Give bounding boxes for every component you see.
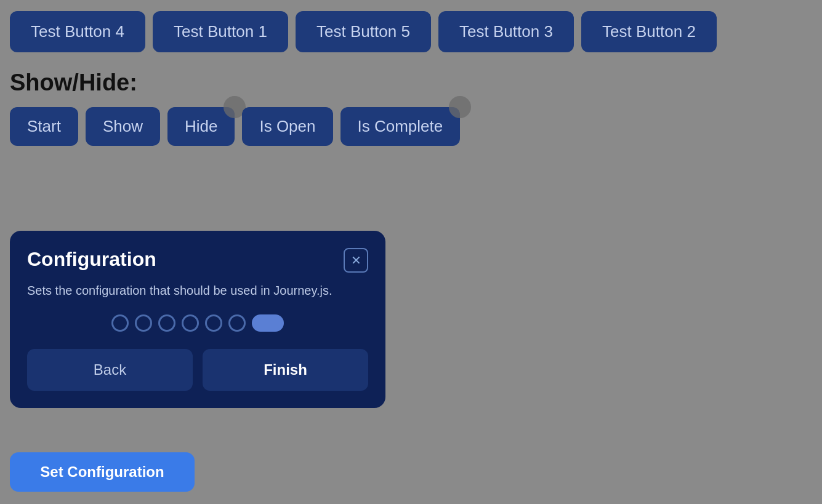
bubble-indicator-is-complete xyxy=(449,96,471,118)
is-complete-button[interactable]: Is Complete xyxy=(340,107,461,146)
start-button[interactable]: Start xyxy=(10,107,78,146)
show-hide-label: Show/Hide: xyxy=(0,63,822,107)
test-button-3[interactable]: Test Button 3 xyxy=(438,11,574,52)
test-button-4[interactable]: Test Button 4 xyxy=(10,11,145,52)
top-buttons-row: Test Button 4 Test Button 1 Test Button … xyxy=(0,0,822,63)
show-hide-buttons-row: Start Show Hide Is Open Is Complete xyxy=(0,107,822,146)
hide-button-label: Hide xyxy=(185,117,217,135)
step-dot-1 xyxy=(111,314,129,332)
show-button[interactable]: Show xyxy=(86,107,160,146)
close-icon: ✕ xyxy=(351,253,361,268)
test-button-1[interactable]: Test Button 1 xyxy=(153,11,288,52)
step-dot-2 xyxy=(135,314,152,332)
modal-title: Configuration xyxy=(27,248,156,271)
set-configuration-button[interactable]: Set Configuration xyxy=(10,452,195,492)
hide-button[interactable]: Hide xyxy=(167,107,235,146)
modal-buttons: Back Finish xyxy=(27,349,368,391)
step-dot-6 xyxy=(228,314,246,332)
step-dot-3 xyxy=(158,314,175,332)
step-dot-7 xyxy=(252,314,284,332)
test-button-2[interactable]: Test Button 2 xyxy=(581,11,717,52)
step-dot-4 xyxy=(182,314,199,332)
configuration-modal: Configuration ✕ Sets the configuration t… xyxy=(10,231,385,408)
is-complete-button-label: Is Complete xyxy=(358,117,443,135)
modal-finish-button[interactable]: Finish xyxy=(203,349,368,391)
modal-close-button[interactable]: ✕ xyxy=(344,248,368,273)
step-dot-5 xyxy=(205,314,222,332)
modal-back-button[interactable]: Back xyxy=(27,349,193,391)
modal-description: Sets the configuration that should be us… xyxy=(27,281,368,300)
modal-header: Configuration ✕ xyxy=(27,248,368,273)
is-open-button[interactable]: Is Open xyxy=(242,107,332,146)
test-button-5[interactable]: Test Button 5 xyxy=(296,11,431,52)
step-indicators xyxy=(27,314,368,332)
